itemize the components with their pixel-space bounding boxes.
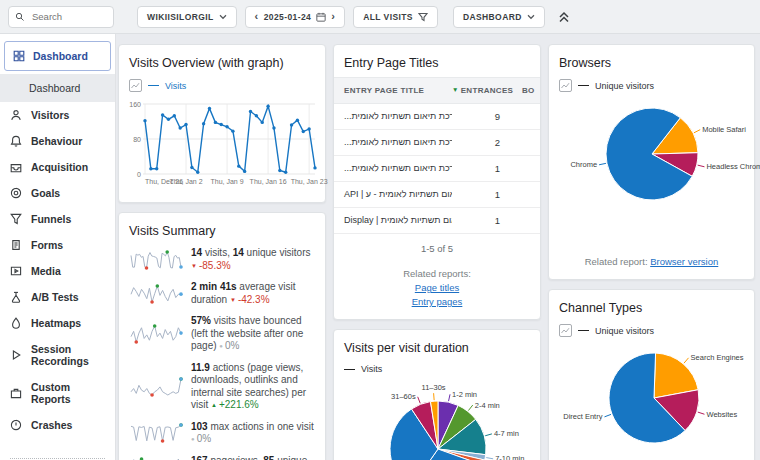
page-titles-link[interactable]: Page titles (334, 282, 540, 293)
entry-pages-link[interactable]: Entry pages (334, 296, 540, 307)
summary-row[interactable]: 14 visits, 14 unique visitors ▼-85.3% (129, 247, 315, 272)
sidebar-item-a-b-tests[interactable]: A/B Tests (0, 284, 115, 310)
table-row[interactable]: Display | מערכת תיאום תשתיות לאומית...1 (334, 208, 540, 234)
series-legend-dash (148, 85, 159, 86)
sidebar-item-dashboard[interactable]: Dashboard (4, 41, 111, 71)
sidebar-item-custom-reports[interactable]: Custom Reports (0, 374, 115, 412)
summary-row[interactable]: 57% visits have bounced (left the websit… (129, 315, 315, 353)
evolution-change: ●0% (219, 340, 239, 351)
table-row[interactable]: ...כז הידע - מערכת תיאום תשתיות לאומית1 (334, 156, 540, 182)
sidebar-item-funnels[interactable]: Funnels (0, 206, 115, 232)
summary-row[interactable]: 11.9 actions (page views, downloads, out… (129, 362, 315, 412)
table-header[interactable]: ENTRY PAGE TITLE ▼ENTRANCES BO (334, 77, 540, 104)
sidebar-item-label: Forms (31, 239, 63, 251)
sidebar-item-behaviour[interactable]: Behaviour (0, 128, 115, 154)
sidebar-item-media[interactable]: Media (0, 258, 115, 284)
heatmaps-icon (10, 317, 22, 329)
trend-down-icon: ▼ (191, 263, 197, 269)
visit-duration-pie-chart: 1-2 min2-4 min4-7 min7-10 min10-15 min31… (344, 378, 532, 460)
series-legend-label: Unique visitors (595, 326, 654, 336)
sidebar-item-session-recordings[interactable]: Session Recordings (0, 336, 115, 374)
ab-icon (10, 291, 22, 303)
column-bounces-clipped[interactable]: BO (510, 86, 540, 95)
entry-page-title-cell[interactable]: Display | מערכת תיאום תשתיות לאומית... (334, 215, 452, 226)
card-title: Channel Types (549, 290, 754, 322)
evolution-change: ▼-42.3% (230, 294, 270, 305)
dashboard-selector-label: DASHBOARD (463, 12, 522, 22)
collapse-double-chevron-up-icon[interactable] (558, 11, 570, 23)
bounces-cell (510, 215, 540, 226)
entrances-cell: 1 (452, 215, 510, 226)
summary-row[interactable]: 167 pageviews, 85 unique pageviews ▼-52.… (129, 455, 315, 460)
table-row[interactable]: ...כז הידע - מערכת תיאום תשתיות לאומית2 (334, 130, 540, 156)
entrances-cell: 1 (452, 189, 510, 200)
export-image-icon[interactable] (129, 79, 142, 92)
table-row[interactable]: API | מערכת תיאום תשתיות לאומית - ע...1 (334, 182, 540, 208)
table-row[interactable]: ...כז הידע - מערכת תיאום תשתיות לאומית9 (334, 104, 540, 130)
sparkline-chart (129, 376, 183, 398)
search-input[interactable] (8, 6, 114, 28)
search-icon (15, 12, 25, 22)
export-image-icon[interactable] (559, 79, 572, 92)
sidebar-item-crashes[interactable]: Crashes (0, 412, 115, 438)
reports-icon (10, 387, 22, 399)
series-legend-label[interactable]: Visits (165, 81, 186, 91)
chevron-down-icon (219, 14, 227, 20)
pie-label-1-2-min: 1-2 min (452, 390, 477, 399)
search-field[interactable] (30, 10, 94, 23)
pie-label-direct-entry: Direct Entry (563, 412, 602, 421)
pie-label-11-30s: 11–30s (422, 383, 446, 392)
entry-page-title-cell[interactable]: ...כז הידע - מערכת תיאום תשתיות לאומית (334, 111, 452, 122)
svg-text:80: 80 (133, 136, 141, 143)
sidebar-subitem-dashboard[interactable]: Dashboard (0, 74, 115, 102)
segment-selector-button[interactable]: ALL VISITS (353, 6, 438, 28)
browsers-pie-chart: Mobile SafariHeadless ChromeChrome (559, 96, 745, 252)
sidebar-item-label: Media (31, 265, 61, 277)
sidebar-item-label: Dashboard (33, 50, 88, 62)
card-title: Visits Overview (with graph) (119, 45, 325, 77)
sidebar-item-goals[interactable]: Goals (0, 180, 115, 206)
pie-label-4-7-min: 4-7 min (494, 429, 519, 438)
next-period-icon[interactable]: › (331, 11, 335, 22)
crashes-icon (10, 419, 22, 431)
entry-page-title-cell[interactable]: ...כז הידע - מערכת תיאום תשתיות לאומית (334, 137, 452, 148)
series-legend-dash (344, 369, 355, 370)
pagination-label: 1-5 of 5 (334, 234, 540, 254)
channel-types-card: Channel Types Unique visitors Search Eng… (548, 289, 755, 460)
entry-page-title-cell[interactable]: API | מערכת תיאום תשתיות לאומית - ע... (334, 189, 452, 200)
date-range-button[interactable]: ‹ 2025-01-24 › (245, 6, 346, 28)
series-legend-dash (578, 330, 589, 331)
browser-version-link[interactable]: Browser version (650, 256, 718, 267)
pie-label-search-engines: Search Engines (691, 353, 744, 362)
visits-summary-card: Visits Summary 14 visits, 14 unique visi… (118, 212, 326, 460)
pie-label-2-4-min: 2-4 min (475, 401, 500, 410)
site-selector-button[interactable]: WIKIISILORGIL (137, 6, 237, 28)
previous-period-icon[interactable]: ‹ (255, 11, 259, 22)
dashboard-selector-button[interactable]: DASHBOARD (453, 6, 545, 28)
related-reports-label: Related reports: (403, 268, 471, 279)
sidebar-item-label: Funnels (31, 213, 71, 225)
svg-text:Thu, Jan 2: Thu, Jan 2 (169, 178, 202, 185)
sidebar-item-heatmaps[interactable]: Heatmaps (0, 310, 115, 336)
export-image-icon[interactable] (559, 324, 572, 337)
sidebar-item-label: Crashes (31, 419, 72, 431)
chevron-down-icon (527, 14, 535, 20)
related-reports: Related reports: Page titles Entry pages (334, 268, 540, 319)
svg-text:160: 160 (129, 101, 141, 108)
goals-icon (10, 187, 22, 199)
column-entry-page-title[interactable]: ENTRY PAGE TITLE (334, 86, 452, 95)
sort-descending-icon: ▼ (452, 86, 459, 93)
sidebar-item-visitors[interactable]: Visitors (0, 102, 115, 128)
summary-row[interactable]: 2 min 41s average visit duration ▼-42.3% (129, 281, 315, 306)
summary-row[interactable]: 103 max actions in one visit ●0% (129, 421, 315, 446)
entry-page-title-cell[interactable]: ...כז הידע - מערכת תיאום תשתיות לאומית (334, 163, 452, 174)
sparkline-chart (129, 456, 183, 460)
segment-funnel-icon (418, 12, 428, 22)
entry-page-titles-card: Entry Page Titles ENTRY PAGE TITLE ▼ENTR… (333, 44, 541, 320)
sidebar-item-acquisition[interactable]: Acquisition (0, 154, 115, 180)
column-entrances[interactable]: ▼ENTRANCES (452, 86, 510, 95)
pie-label-chrome: Chrome (570, 160, 597, 169)
top-bar: WIKIISILORGIL ‹ 2025-01-24 › ALL VISITS … (0, 0, 760, 34)
sidebar-item-forms[interactable]: Forms (0, 232, 115, 258)
sparkline-chart (129, 422, 183, 444)
